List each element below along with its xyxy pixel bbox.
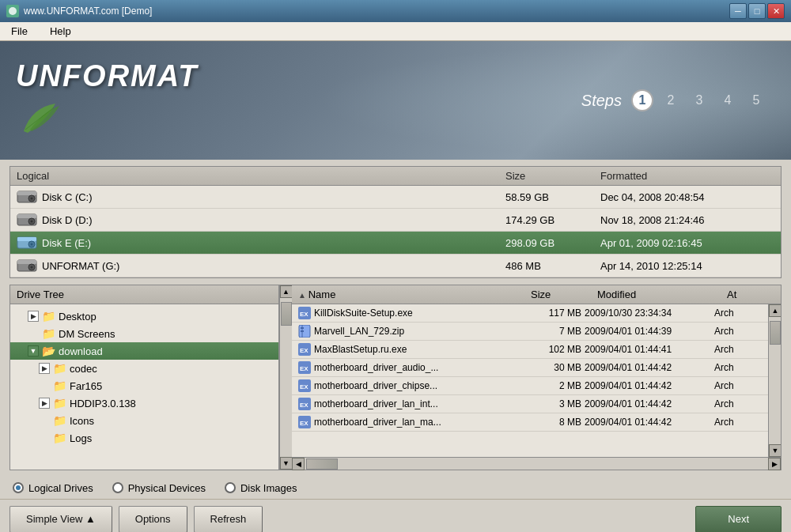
file-row[interactable]: EX motherboard_driver_lan_ma... 8 MB 200…	[292, 413, 768, 432]
file-row[interactable]: Marvell_LAN_729.zip 7 MB 2009/04/01 01:4…	[292, 323, 768, 341]
expand-button[interactable]: ▶	[39, 363, 50, 374]
close-button[interactable]: ✕	[767, 3, 785, 19]
file-row[interactable]: EX motherboard_driver_lan_int... 3 MB 20…	[292, 395, 768, 413]
bottom-toolbar: Simple View ▲ Options Refresh Next	[0, 499, 791, 532]
tree-item[interactable]: 📁 Icons	[10, 412, 278, 429]
hscroll-thumb[interactable]	[306, 458, 338, 470]
menu-file[interactable]: File	[6, 24, 32, 39]
tree-item[interactable]: 📁 DM Screens	[10, 325, 278, 342]
scroll-up-button[interactable]: ▲	[280, 285, 293, 298]
scroll-down-button[interactable]: ▼	[280, 457, 293, 470]
exe-file-icon: EX	[298, 307, 311, 319]
tree-item-selected[interactable]: ▼ 📂 download	[10, 342, 278, 360]
file-name-cell: EX motherboard_driver_audio_...	[298, 361, 515, 374]
vscroll-track[interactable]	[769, 317, 781, 444]
folder-icon: 📁	[53, 432, 66, 444]
main-content: Logical Size Formatted Disk C (C:) 58.59…	[0, 160, 791, 477]
file-name: KillDiskSuite-Setup.exe	[314, 308, 413, 319]
col-name: ▲ Name	[298, 289, 528, 300]
exe-file-icon: EX	[298, 361, 311, 374]
svg-rect-23	[301, 327, 304, 329]
exe-file-icon: EX	[298, 343, 311, 356]
file-attr: Arch	[714, 362, 762, 373]
expand-button[interactable]: ▼	[28, 345, 39, 357]
folder-icon: 📁	[53, 414, 66, 427]
hdd-icon	[17, 236, 37, 250]
disk-row-selected[interactable]: Disk E (E:) 298.09 GB Apr 01, 2009 02:16…	[10, 232, 781, 255]
steps-label: Steps	[581, 92, 622, 110]
title-bar-controls: ─ □ ✕	[729, 3, 785, 19]
tree-item-label: Desktop	[59, 311, 97, 323]
tree-item[interactable]: ▶ 📁 codec	[10, 360, 278, 377]
vscroll-up-button[interactable]: ▲	[769, 304, 781, 317]
col-logical: Logical	[17, 170, 505, 182]
svg-text:EX: EX	[300, 365, 308, 372]
radio-disk-images[interactable]: Disk Images	[225, 482, 297, 494]
drive-tree-label: Drive Tree	[17, 289, 64, 300]
svg-rect-4	[17, 191, 36, 195]
step-1[interactable]: 1	[631, 89, 653, 111]
hscroll-right-button[interactable]: ▶	[768, 458, 781, 470]
expand-button[interactable]: ▶	[28, 311, 39, 322]
radio-circle	[13, 482, 24, 493]
svg-rect-16	[17, 260, 36, 264]
file-row[interactable]: EX MaxBlastSetup.ru.exe 102 MB 2009/04/0…	[292, 341, 768, 359]
file-name: motherboard_driver_audio_...	[314, 362, 438, 373]
step-5[interactable]: 5	[745, 89, 767, 111]
window-title: www.UNFORMAT.com [Demo]	[24, 6, 152, 17]
file-modified: 2009/10/30 23:34:34	[585, 308, 711, 319]
drive-tree-header: Drive Tree	[10, 285, 278, 304]
file-size: 30 MB	[518, 362, 581, 373]
col-size: Size	[531, 289, 594, 300]
file-modified: 2009/04/01 01:44:42	[585, 398, 711, 409]
disk-row[interactable]: Disk C (C:) 58.59 GB Dec 04, 2008 20:48:…	[10, 186, 781, 209]
tree-item[interactable]: ▶ 📁 Desktop	[10, 308, 278, 325]
tree-item[interactable]: ▶ 📁 HDDIP3.0.138	[10, 394, 278, 412]
disk-row[interactable]: Disk D (D:) 174.29 GB Nov 18, 2008 21:24…	[10, 209, 781, 232]
tree-content: ▶ 📁 Desktop 📁 DM Screens ▼ 📂 downl	[10, 304, 278, 470]
radio-logical-drives[interactable]: Logical Drives	[13, 482, 93, 494]
maximize-button[interactable]: □	[748, 3, 766, 19]
step-3[interactable]: 3	[688, 89, 710, 111]
menu-bar: File Help	[0, 22, 791, 41]
next-button[interactable]: Next	[695, 506, 782, 533]
logo-area: UNFORMAT	[16, 59, 199, 141]
file-list-header: ▲ Name Size Modified At	[292, 285, 781, 304]
file-name: motherboard_driver_lan_int...	[314, 398, 438, 409]
file-modified: 2009/04/01 01:44:42	[585, 380, 711, 391]
file-size: 8 MB	[518, 417, 581, 428]
radio-label: Physical Devices	[128, 482, 206, 494]
svg-text:EX: EX	[300, 420, 308, 427]
expand-button[interactable]: ▶	[39, 398, 50, 409]
radio-physical-devices[interactable]: Physical Devices	[112, 482, 206, 494]
radio-circle	[225, 482, 236, 493]
header-area: UNFORMAT Steps 1 2 3 4 5	[0, 41, 791, 160]
scroll-thumb[interactable]	[281, 302, 292, 326]
file-attr: Arch	[714, 380, 762, 391]
file-name-cell: EX KillDiskSuite-Setup.exe	[298, 307, 515, 319]
file-row[interactable]: EX motherboard_driver_audio_... 30 MB 20…	[292, 359, 768, 377]
options-button[interactable]: Options	[119, 506, 187, 533]
hscroll-left-button[interactable]: ◀	[292, 458, 305, 470]
col-modified: Modified	[597, 289, 724, 300]
steps-area: Steps 1 2 3 4 5	[581, 89, 767, 111]
vscroll-thumb[interactable]	[770, 321, 781, 345]
scroll-track[interactable]	[280, 298, 292, 457]
tree-item[interactable]: 📁 Far165	[10, 377, 278, 394]
step-2[interactable]: 2	[660, 89, 682, 111]
minimize-button[interactable]: ─	[729, 3, 747, 19]
vscroll-down-button[interactable]: ▼	[769, 444, 781, 457]
refresh-label: Refresh	[210, 513, 247, 525]
file-row[interactable]: EX motherboard_driver_chipse... 2 MB 200…	[292, 377, 768, 395]
step-4[interactable]: 4	[717, 89, 739, 111]
disk-table-header: Logical Size Formatted	[10, 167, 781, 186]
hscroll-track[interactable]	[305, 458, 768, 470]
simple-view-button[interactable]: Simple View ▲	[9, 506, 112, 533]
svg-point-1	[9, 7, 17, 15]
menu-help[interactable]: Help	[45, 24, 76, 39]
disk-row[interactable]: UNFORMAT (G:) 486 MB Apr 14, 2010 12:25:…	[10, 255, 781, 277]
refresh-button[interactable]: Refresh	[194, 506, 263, 533]
file-row[interactable]: EX KillDiskSuite-Setup.exe 117 MB 2009/1…	[292, 304, 768, 323]
tree-item[interactable]: 📁 Logs	[10, 429, 278, 447]
exe-file-icon: EX	[298, 379, 311, 392]
